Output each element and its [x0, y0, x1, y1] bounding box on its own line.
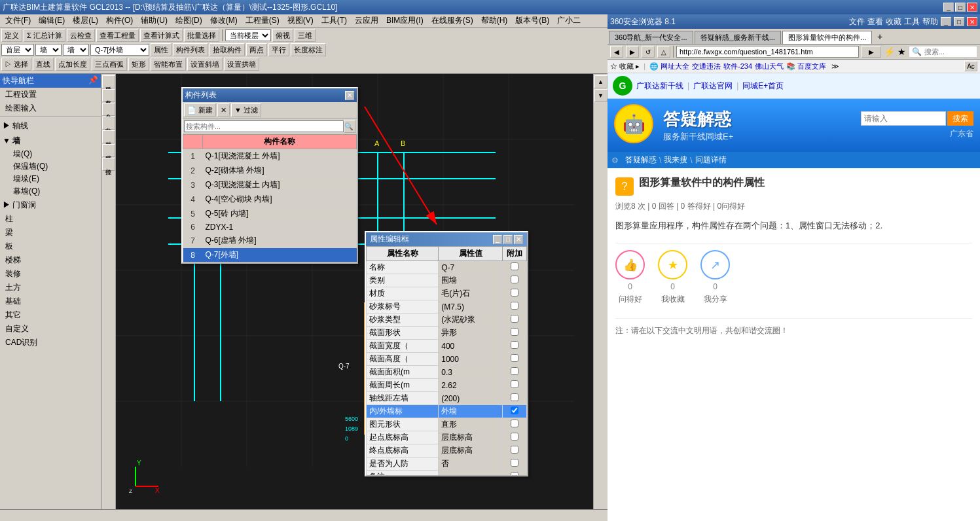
menu-online[interactable]: 在线服务(S) — [427, 14, 477, 27]
comp-delete-btn[interactable]: ✕ — [217, 103, 230, 117]
prop-row-check[interactable] — [503, 353, 527, 366]
btn-cloud-check[interactable]: 云检查 — [67, 29, 95, 42]
prop-row-checkbox[interactable] — [511, 341, 518, 349]
comp-table-row[interactable]: 7Q-6[虚墙 外墙] — [183, 234, 357, 248]
prop-row-check[interactable] — [503, 261, 527, 274]
browser-search-input[interactable] — [924, 48, 977, 56]
btn-smart-layout[interactable]: 智能布置 — [151, 58, 186, 71]
minimize-button[interactable]: _ — [943, 3, 954, 12]
link-webdaquan[interactable]: 🌐 网址大全 — [649, 62, 689, 71]
prop-table-row[interactable]: 备注 — [367, 471, 527, 476]
btn-3d-view[interactable]: 三维 — [295, 29, 316, 42]
btn-arc[interactable]: 三点画弧 — [92, 58, 127, 71]
nav-column[interactable]: 柱 — [0, 212, 101, 226]
prop-table-row[interactable]: 截面宽度（400 — [367, 340, 527, 353]
browser-minimize[interactable]: _ — [941, 17, 951, 26]
prop-row-check[interactable] — [503, 405, 527, 418]
nav-project-settings[interactable]: 工程设置 — [0, 88, 101, 101]
btn-batch-select[interactable]: 批量选择 — [184, 29, 219, 42]
prop-row-check[interactable] — [503, 471, 527, 476]
btn-rect[interactable]: 矩形 — [128, 58, 149, 71]
prop-table-row[interactable]: 是否为人防否 — [367, 458, 527, 471]
prop-row-check[interactable] — [503, 444, 527, 458]
prop-table-row[interactable]: 截面面积(m0.3 — [367, 366, 527, 379]
menu-bim[interactable]: BIM应用(I) — [382, 14, 427, 27]
menu-tools[interactable]: 工具(T) — [318, 14, 351, 27]
prop-row-check[interactable] — [503, 314, 527, 327]
prop-row-checkbox[interactable] — [511, 380, 518, 388]
type-select1[interactable]: 墙 — [35, 44, 62, 56]
prop-row-checkbox[interactable] — [511, 367, 518, 375]
vert-btn-offset[interactable]: 偏移 — [102, 144, 115, 157]
prop-table-row[interactable]: 砂浆标号(M7.5) — [367, 300, 527, 314]
vert-right-btn1[interactable]: ▲ — [594, 75, 608, 88]
prop-row-value[interactable]: 否 — [439, 458, 503, 471]
browser-tab-graph[interactable]: 图形算量软件中的构件... — [782, 31, 872, 44]
browser-go-btn[interactable]: ▶ — [862, 46, 881, 58]
comp-table-row[interactable]: 2Q-2[砌体墙 外墙] — [183, 164, 357, 178]
prop-row-checkbox[interactable] — [511, 459, 518, 467]
prop-row-checkbox[interactable] — [511, 276, 518, 283]
comp-table-row[interactable]: 8Q-7[外墙] — [183, 248, 357, 262]
prop-maximize-btn[interactable]: □ — [503, 235, 513, 244]
maximize-button[interactable]: □ — [955, 3, 966, 12]
prop-row-value[interactable]: 毛(片)石 — [439, 287, 503, 300]
current-floor-select[interactable]: 当前楼层 — [225, 29, 271, 41]
btn-parallel[interactable]: 平行 — [268, 43, 289, 56]
comp-table-row[interactable]: 4Q-4[空心砌块 内墙] — [183, 192, 357, 207]
prop-row-check[interactable] — [503, 287, 527, 300]
btn-view-formula[interactable]: 查看计算式 — [140, 29, 183, 42]
qa-nav-search[interactable]: 我来搜 — [661, 152, 690, 168]
browser-menu-tools[interactable]: 工具 — [904, 16, 920, 27]
browser-maximize[interactable]: □ — [954, 17, 964, 26]
new-tab-btn[interactable]: + — [873, 30, 886, 43]
prop-row-value[interactable]: 异形 — [439, 327, 503, 340]
link-official[interactable]: 广联达官网 — [693, 81, 733, 92]
prop-table-row[interactable]: 名称Q-7 — [367, 261, 527, 274]
comp-search-btn[interactable]: 🔍 — [344, 120, 355, 133]
vert-btn-align[interactable]: 对齐 — [102, 130, 115, 143]
prop-row-checkbox[interactable] — [511, 393, 518, 401]
comp-table-row[interactable]: 3Q-3[现浇混凝土 内墙] — [183, 178, 357, 192]
prop-row-check[interactable] — [503, 327, 527, 340]
btn-line[interactable]: 直线 — [33, 58, 54, 71]
link-weather[interactable]: 佛山天气 — [755, 62, 784, 71]
browser-tab-360[interactable]: 360导航_新一代安全... — [609, 31, 693, 44]
menu-aux[interactable]: 辅助(U) — [137, 14, 172, 27]
prop-row-checkbox[interactable] — [511, 289, 518, 296]
prop-row-checkbox[interactable] — [511, 406, 518, 414]
browser-tab-qa[interactable]: 答疑解惑_服务新干线... — [695, 31, 781, 44]
vert-btn-merge[interactable]: 合并 — [102, 103, 115, 116]
prop-row-check[interactable] — [503, 418, 527, 431]
browser-forward-btn[interactable]: ▶ — [626, 46, 639, 58]
btn-property[interactable]: 属性 — [151, 43, 172, 56]
prop-row-value[interactable]: 400 — [439, 340, 503, 353]
nav-cad-recognition[interactable]: CAD识别 — [0, 336, 101, 350]
comp-list-close[interactable]: ✕ — [345, 91, 354, 100]
prop-table-row[interactable]: 砂浆类型(水泥砂浆 — [367, 314, 527, 327]
prop-row-check[interactable] — [503, 274, 527, 287]
menu-view[interactable]: 视图(V) — [283, 14, 318, 27]
qa-share-btn[interactable]: ↗ — [700, 250, 730, 279]
browser-menu-file[interactable]: 文件 — [849, 16, 865, 27]
prop-table-row[interactable]: 起点底标高层底标高 — [367, 431, 527, 444]
nav-wall-pier[interactable]: 墙垛(E) — [0, 173, 101, 185]
prop-row-checkbox[interactable] — [511, 420, 518, 427]
nav-earthwork[interactable]: 土方 — [0, 281, 101, 295]
prop-minimize-btn[interactable]: _ — [493, 235, 502, 244]
nav-slab[interactable]: 板 — [0, 240, 101, 253]
prop-row-value[interactable]: (M7.5) — [439, 300, 503, 314]
link-xingangan[interactable]: 广联达新干线 — [636, 81, 683, 92]
prop-table-row[interactable]: 类别围墙 — [367, 274, 527, 287]
prop-row-value[interactable]: 层底标高 — [439, 431, 503, 444]
browser-star-icon[interactable]: ★ — [898, 46, 906, 57]
nav-wall[interactable]: ▼ 墙 — [0, 134, 101, 148]
prop-close-btn[interactable]: ✕ — [514, 235, 523, 244]
btn-top-view[interactable]: 俯视 — [272, 29, 293, 42]
nav-other[interactable]: 其它 — [0, 308, 101, 322]
vert-btn-split[interactable]: 分割 — [102, 117, 115, 130]
menu-quantity[interactable]: 工程量(S) — [242, 14, 283, 27]
qa-search-field[interactable] — [861, 111, 946, 126]
prop-row-check[interactable] — [503, 340, 527, 353]
links-more[interactable]: ≫ — [831, 62, 839, 71]
